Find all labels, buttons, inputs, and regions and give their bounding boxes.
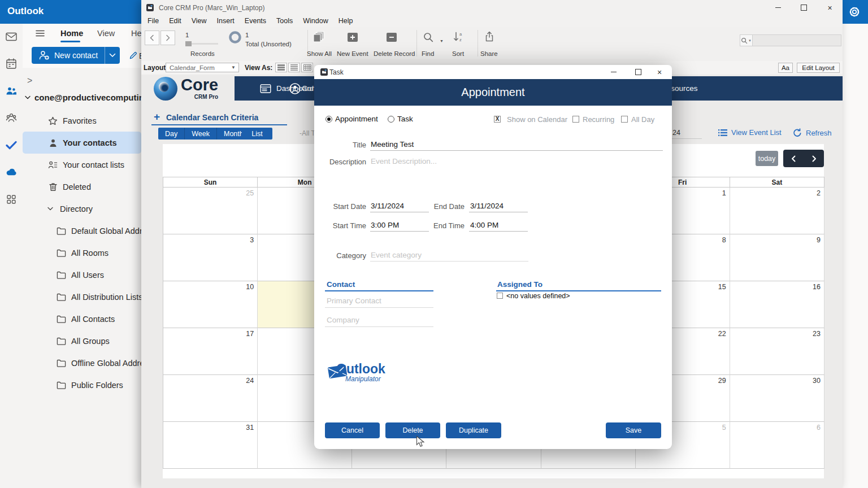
pencil-icon[interactable] xyxy=(129,51,138,60)
found-set-ring-icon[interactable] xyxy=(228,30,242,44)
previous-month-button[interactable] xyxy=(791,155,797,162)
record-slider-handle[interactable] xyxy=(185,41,192,46)
find-label[interactable]: Find xyxy=(422,50,434,57)
edit-layout-button[interactable]: Edit Layout xyxy=(797,63,840,73)
start-time-field[interactable]: 3:00 PM xyxy=(371,221,399,229)
start-date-field[interactable]: 3/11/2024 xyxy=(371,202,404,210)
list-view-button[interactable]: List xyxy=(242,128,272,140)
task-radio-label[interactable]: Task xyxy=(397,115,413,123)
next-month-button[interactable] xyxy=(811,155,817,162)
refresh-link[interactable]: Refresh xyxy=(793,128,832,137)
calendar-cell[interactable]: 10 xyxy=(163,281,258,328)
calendar-cell[interactable]: 16 xyxy=(730,281,824,328)
sidebar-folder-default-global-address-list[interactable]: Default Global Address List xyxy=(23,220,141,242)
more-apps-icon[interactable] xyxy=(6,193,18,205)
sidebar-folder-offline-global-address-book[interactable]: Offline Global Address Book xyxy=(23,352,141,374)
settings-gear-icon[interactable] xyxy=(848,5,861,19)
calendar-cell[interactable]: 17 xyxy=(163,328,258,375)
menu-help[interactable]: Help xyxy=(333,17,358,25)
view-form-button[interactable] xyxy=(275,63,287,72)
sidebar-item-your-contact-lists[interactable]: Your contact lists xyxy=(23,154,141,176)
sidebar-folder-public-folders[interactable]: Public Folders xyxy=(23,374,141,396)
view-list-button[interactable] xyxy=(288,63,300,72)
show-all-icon[interactable] xyxy=(313,31,325,42)
dialog-minimize-button[interactable] xyxy=(604,65,623,79)
appointment-radio-label[interactable]: Appointment xyxy=(335,115,378,123)
show-on-calendar-checkbox[interactable]: X xyxy=(494,116,501,123)
menu-view[interactable]: View xyxy=(186,17,212,25)
recurring-checkbox[interactable] xyxy=(572,116,579,123)
new-event-icon[interactable] xyxy=(347,32,358,42)
sidebar-item-your-contacts[interactable]: Your contacts xyxy=(23,132,141,154)
calendar-cell[interactable]: 25 xyxy=(163,188,258,234)
sidebar-item-deleted[interactable]: Deleted xyxy=(23,176,141,198)
groups-icon[interactable] xyxy=(6,112,18,124)
hamburger-menu-icon[interactable] xyxy=(35,28,45,38)
dialog-titlebar[interactable]: Task × xyxy=(314,65,672,79)
find-caret-icon[interactable]: ▼ xyxy=(440,39,444,43)
task-radio[interactable] xyxy=(388,116,394,123)
share-icon[interactable] xyxy=(484,31,495,42)
dialog-maximize-button[interactable] xyxy=(628,65,648,79)
description-field[interactable]: Event Description... xyxy=(371,157,437,165)
date-filter-partial[interactable]: 24 xyxy=(672,129,680,137)
duplicate-button[interactable]: Duplicate xyxy=(446,422,501,438)
primary-contact-field[interactable]: Primary Contact xyxy=(327,297,381,305)
save-button[interactable]: Save xyxy=(606,422,661,438)
menu-file[interactable]: File xyxy=(142,17,164,25)
sidebar-folder-all-contacts[interactable]: All Contacts xyxy=(23,308,141,330)
menu-edit[interactable]: Edit xyxy=(164,17,186,25)
show-on-calendar-label[interactable]: Show on Calendar xyxy=(507,115,567,124)
cancel-button[interactable]: Cancel xyxy=(325,422,380,438)
share-label[interactable]: Share xyxy=(480,50,498,57)
menu-window[interactable]: Window xyxy=(298,17,333,25)
view-toggle-week[interactable]: Week xyxy=(184,128,216,140)
sidebar-folder-all-rooms[interactable]: All Rooms xyxy=(23,242,141,264)
dialog-close-button[interactable]: × xyxy=(650,65,669,79)
find-icon[interactable] xyxy=(423,32,434,43)
new-contact-dropdown[interactable] xyxy=(105,47,120,64)
assigned-to-checkbox[interactable] xyxy=(497,293,503,299)
company-field[interactable]: Company xyxy=(327,316,359,324)
view-table-button[interactable] xyxy=(301,63,313,72)
menu-tools[interactable]: Tools xyxy=(271,17,298,25)
next-record-button[interactable] xyxy=(160,30,175,45)
sidebar-item-favorites[interactable]: Favorites xyxy=(23,110,141,132)
sidebar-item-directory[interactable]: Directory xyxy=(23,198,141,220)
appointment-radio[interactable] xyxy=(326,116,332,123)
calendar-cell[interactable]: 24 xyxy=(163,375,258,422)
crm-titlebar[interactable]: Core CRM Pro (Marc_Win_Laptop) × xyxy=(141,0,843,15)
todo-check-icon[interactable] xyxy=(6,139,18,151)
sidebar-expander[interactable]: > xyxy=(27,76,32,86)
new-contact-button[interactable]: New contact xyxy=(32,47,120,64)
calendar-cell[interactable]: 30 xyxy=(730,375,824,422)
menu-events[interactable]: Events xyxy=(240,17,271,25)
show-all-label[interactable]: Show All xyxy=(307,50,332,57)
calendar-icon[interactable] xyxy=(6,58,18,69)
crm-minimize-button[interactable] xyxy=(765,0,791,15)
view-event-list-link[interactable]: View Event List xyxy=(718,128,782,137)
recurring-label[interactable]: Recurring xyxy=(583,115,614,124)
sort-icon[interactable]: az xyxy=(453,31,464,42)
delete-record-label[interactable]: Delete Record xyxy=(374,50,415,57)
quick-search-box[interactable]: ▼ xyxy=(740,34,841,46)
calendar-cell[interactable]: 3 xyxy=(163,234,258,281)
delete-button[interactable]: Delete xyxy=(385,422,440,438)
crm-close-button[interactable]: × xyxy=(817,0,843,15)
onedrive-cloud-icon[interactable] xyxy=(6,166,18,178)
calendar-cell[interactable]: 23 xyxy=(730,328,824,375)
calendar-cell[interactable]: 31 xyxy=(163,422,258,469)
today-button[interactable]: today xyxy=(756,151,778,166)
all-day-label[interactable]: All Day xyxy=(631,115,654,124)
sidebar-folder-all-users[interactable]: All Users xyxy=(23,264,141,286)
format-aa-button[interactable]: Aa xyxy=(778,63,793,73)
all-day-checkbox[interactable] xyxy=(621,116,628,123)
calendar-search-criteria-label[interactable]: Calendar Search Criteria xyxy=(166,113,258,122)
tab-home[interactable]: Home xyxy=(60,29,83,38)
new-event-label[interactable]: New Event xyxy=(337,50,368,57)
title-field[interactable]: Meeting Test xyxy=(371,140,414,149)
previous-record-button[interactable] xyxy=(145,30,159,45)
delete-record-icon[interactable] xyxy=(386,32,397,42)
sidebar-folder-all-distribution-lists[interactable]: All Distribution Lists xyxy=(23,286,141,308)
people-icon[interactable] xyxy=(6,85,18,97)
